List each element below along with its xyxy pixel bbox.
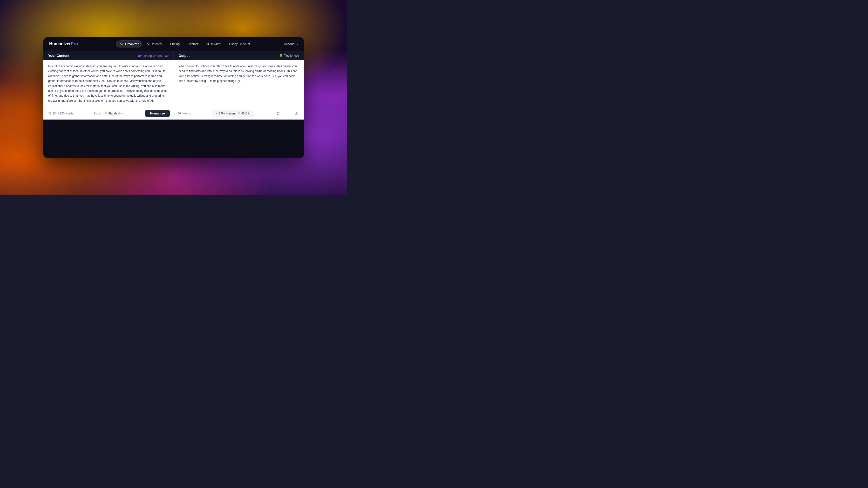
your-content-title: Your Content bbox=[48, 54, 69, 58]
logo-pro: Pro bbox=[71, 41, 78, 46]
chevron-down-icon: ▾ bbox=[297, 43, 298, 45]
remaining-words: Remaining Words: 232 bbox=[137, 54, 168, 58]
account-label: Account bbox=[284, 42, 296, 46]
right-text-content: When writing for school, you often have … bbox=[174, 60, 304, 107]
ai-score: ✕ 66% AI bbox=[238, 111, 250, 115]
main-window: HumanizerPro AI Humanizer AI Detector Pr… bbox=[43, 37, 304, 158]
edit-icon: ✎ bbox=[105, 112, 107, 115]
humanize-button[interactable]: Humanize bbox=[145, 110, 169, 117]
refresh-icon[interactable] bbox=[275, 110, 282, 117]
logo[interactable]: HumanizerPro bbox=[49, 41, 78, 46]
clipboard-icon: 📋 bbox=[47, 111, 51, 115]
svg-rect-0 bbox=[287, 113, 289, 115]
navbar: HumanizerPro AI Humanizer AI Detector Pr… bbox=[43, 37, 304, 51]
x-icon: ✕ bbox=[238, 111, 240, 115]
action-icons bbox=[275, 110, 300, 117]
copy-icon[interactable] bbox=[284, 110, 291, 117]
left-panel: Your Content Remaining Words: 232 In a l… bbox=[43, 51, 174, 120]
left-panel-footer: 📋 134 / 150 words Mode ✎ Standard ▾ Huma… bbox=[43, 107, 174, 120]
logo-humanizer: Humanizer bbox=[49, 41, 71, 46]
lightbulb-icon: 💡 bbox=[279, 54, 283, 58]
mode-selector[interactable]: Mode ✎ Standard ▾ bbox=[94, 110, 124, 117]
mode-select-dropdown[interactable]: ✎ Standard ▾ bbox=[103, 110, 124, 117]
output-text: When writing for school, you often have … bbox=[179, 64, 299, 84]
tips-link[interactable]: 💡 Tips for use bbox=[279, 54, 299, 58]
download-icon[interactable] bbox=[293, 110, 300, 117]
right-panel: Output 💡 Tips for use When writing for s… bbox=[174, 51, 304, 120]
nav-link-essay-checker[interactable]: Essay Checker bbox=[226, 41, 253, 47]
account-menu[interactable]: Account ▾ bbox=[284, 42, 298, 46]
mode-value: Standard bbox=[108, 112, 120, 115]
nav-link-contact[interactable]: Contact bbox=[184, 41, 202, 47]
nav-links: AI Humanizer AI Detector Pricing Contact… bbox=[86, 40, 284, 47]
nav-link-ai-detector[interactable]: AI Detector bbox=[143, 41, 166, 47]
input-text: In a lot of academic writing instances, … bbox=[48, 64, 169, 103]
right-panel-header: Output 💡 Tips for use bbox=[174, 51, 304, 60]
chevron-down-icon: ▾ bbox=[121, 112, 122, 115]
human-score: ✓ 34% Human bbox=[215, 111, 235, 115]
panels-container: Your Content Remaining Words: 232 In a l… bbox=[43, 51, 304, 120]
output-title: Output bbox=[179, 54, 190, 58]
check-icon: ✓ bbox=[215, 111, 218, 115]
tips-label: Tips for use bbox=[284, 54, 299, 57]
word-count: 📋 134 / 150 words bbox=[47, 111, 73, 115]
left-text-content[interactable]: In a lot of academic writing instances, … bbox=[43, 60, 174, 107]
word-count-text: 134 / 150 words bbox=[53, 112, 73, 115]
nav-link-ai-rewriter[interactable]: AI Rewriter bbox=[203, 41, 225, 47]
output-word-count: 66 / words bbox=[178, 112, 191, 115]
mode-label: Mode bbox=[94, 112, 101, 115]
nav-link-pricing[interactable]: Pricing bbox=[166, 41, 183, 47]
nav-link-ai-humanizer[interactable]: AI Humanizer bbox=[116, 40, 143, 47]
right-panel-footer: 66 / words ✓ 34% Human ✕ 66% AI bbox=[174, 107, 304, 120]
human-percent: 34% Human bbox=[219, 112, 235, 115]
score-badge: ✓ 34% Human ✕ 66% AI bbox=[212, 110, 254, 117]
left-panel-header: Your Content Remaining Words: 232 bbox=[43, 51, 174, 60]
ai-percent: 66% AI bbox=[241, 112, 250, 115]
